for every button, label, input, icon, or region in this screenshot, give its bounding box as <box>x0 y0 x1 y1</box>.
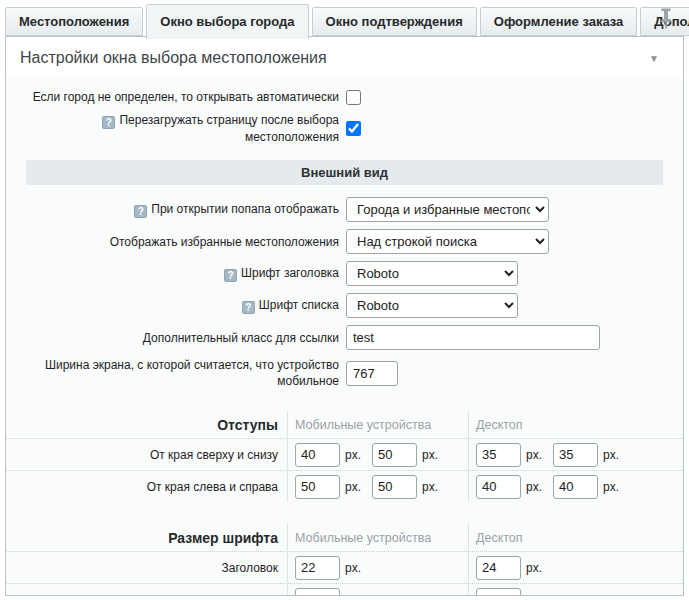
field-label: Дополнительный класс для ссылки <box>6 330 346 346</box>
settings-panel: Настройки окна выбора местоположения ▼ Е… <box>5 36 684 596</box>
margins-table: Отступы Мобильные устройства Десктоп От … <box>6 411 683 502</box>
help-icon[interactable]: ? <box>224 269 237 282</box>
table-row-font-title: Заголовок px. px. <box>6 551 683 583</box>
margin-horizontal-mobile-input-1[interactable] <box>295 475 340 499</box>
row-label: От края сверху и снизу <box>6 448 287 462</box>
section-appearance-title: Внешний вид <box>26 160 663 185</box>
unit-label: px. <box>526 561 542 575</box>
margin-vertical-mobile-input-1[interactable] <box>295 443 340 467</box>
tab-checkout[interactable]: Оформление заказа <box>480 7 638 36</box>
field-label: Отображать избранные местоположения <box>6 234 346 250</box>
desktop-cell: px. <box>468 552 683 583</box>
field-title-font: ?Шрифт заголовка Roboto <box>6 261 683 286</box>
tab-bar: Местоположения Окно выбора города Окно п… <box>0 0 689 36</box>
help-icon[interactable]: ? <box>102 116 115 129</box>
margin-horizontal-desktop-input-2[interactable] <box>553 475 598 499</box>
link-class-input[interactable] <box>346 325 600 350</box>
field-mobile-width: Ширина экрана, с которой считается, что … <box>6 357 683 389</box>
tab-confirmation-window[interactable]: Окно подтверждения <box>312 7 477 36</box>
unit-label: px. <box>345 561 361 575</box>
table-row-margin-vertical: От края сверху и снизу px. px. px. px. <box>6 438 683 470</box>
field-link-class: Дополнительный класс для ссылки <box>6 325 683 350</box>
unit-label: px. <box>422 480 438 494</box>
field-popup-display: ?При открытии попапа отображать Города и… <box>6 197 683 222</box>
toggle-block: Если город не определен, то открывать ав… <box>6 89 683 145</box>
table-title: Размер шрифта <box>6 530 287 546</box>
table-row-margin-horizontal: От края слева и справа px. px. px. px. <box>6 470 683 502</box>
column-header-desktop: Десктоп <box>468 524 683 551</box>
mobile-width-input[interactable] <box>346 361 398 386</box>
table-header-row: Размер шрифта Мобильные устройства Дескт… <box>6 524 683 551</box>
field-favorites-position: Отображать избранные местоположения Над … <box>6 229 683 254</box>
column-header-mobile: Мобильные устройства <box>287 524 468 551</box>
unit-label: px. <box>345 448 361 462</box>
field-label: ?При открытии попапа отображать <box>6 201 346 218</box>
table-row-font-input-field: Поле ввода px. px. <box>6 583 683 596</box>
font-title-mobile-input[interactable] <box>295 556 340 580</box>
font-input-mobile-input[interactable] <box>295 588 340 597</box>
reload-page-checkbox[interactable] <box>346 121 361 136</box>
auto-open-checkbox[interactable] <box>346 90 361 105</box>
font-size-table: Размер шрифта Мобильные устройства Дескт… <box>6 524 683 596</box>
desktop-cell: px. px. <box>468 471 683 502</box>
margin-horizontal-desktop-input-1[interactable] <box>476 475 521 499</box>
list-font-select[interactable]: Roboto <box>346 293 518 318</box>
popup-display-select[interactable]: Города и избранные местоположения <box>346 197 549 222</box>
mobile-cell: px. <box>287 584 468 596</box>
title-font-select[interactable]: Roboto <box>346 261 518 286</box>
help-icon[interactable]: ? <box>134 205 147 218</box>
collapse-chevron-icon[interactable]: ▼ <box>649 53 659 64</box>
mobile-cell: px. px. <box>287 471 468 502</box>
mobile-cell: px. px. <box>287 439 468 470</box>
toggle-row-reload-page: ?Перезагружать страницу после выбора мес… <box>6 112 683 145</box>
unit-label: px. <box>345 593 361 597</box>
field-label: ?Шрифт списка <box>6 297 346 314</box>
column-header-desktop: Десктоп <box>468 411 683 438</box>
field-list-font: ?Шрифт списка Roboto <box>6 293 683 318</box>
unit-label: px. <box>526 480 542 494</box>
unit-label: px. <box>603 448 619 462</box>
tab-city-selection-window[interactable]: Окно выбора города <box>146 4 308 39</box>
row-label: От края слева и справа <box>6 480 287 494</box>
toggle-label: Если город не определен, то открывать ав… <box>6 89 346 105</box>
desktop-cell: px. px. <box>468 439 683 470</box>
help-icon[interactable]: ? <box>242 301 255 314</box>
unit-label: px. <box>526 593 542 597</box>
pin-icon[interactable] <box>659 8 673 29</box>
field-label: Ширина экрана, с которой считается, что … <box>6 357 346 389</box>
table-title: Отступы <box>6 417 287 433</box>
unit-label: px. <box>603 480 619 494</box>
panel-title: Настройки окна выбора местоположения <box>20 49 327 67</box>
row-label: Заголовок <box>6 561 287 575</box>
toggle-row-auto-open: Если город не определен, то открывать ав… <box>6 89 683 105</box>
margin-vertical-desktop-input-1[interactable] <box>476 443 521 467</box>
desktop-cell: px. <box>468 584 683 596</box>
favorites-position-select[interactable]: Над строкой поиска <box>346 229 549 254</box>
margin-vertical-desktop-input-2[interactable] <box>553 443 598 467</box>
unit-label: px. <box>526 448 542 462</box>
font-input-desktop-input[interactable] <box>476 588 521 597</box>
field-label: ?Шрифт заголовка <box>6 265 346 282</box>
panel-header: Настройки окна выбора местоположения ▼ <box>6 37 683 75</box>
row-label: Поле ввода <box>6 593 287 597</box>
unit-label: px. <box>345 480 361 494</box>
table-header-row: Отступы Мобильные устройства Десктоп <box>6 411 683 438</box>
margin-horizontal-mobile-input-2[interactable] <box>372 475 417 499</box>
toggle-label: ?Перезагружать страницу после выбора мес… <box>6 112 346 145</box>
mobile-cell: px. <box>287 552 468 583</box>
tab-locations[interactable]: Местоположения <box>5 7 143 36</box>
font-title-desktop-input[interactable] <box>476 556 521 580</box>
margin-vertical-mobile-input-2[interactable] <box>372 443 417 467</box>
unit-label: px. <box>422 448 438 462</box>
column-header-mobile: Мобильные устройства <box>287 411 468 438</box>
